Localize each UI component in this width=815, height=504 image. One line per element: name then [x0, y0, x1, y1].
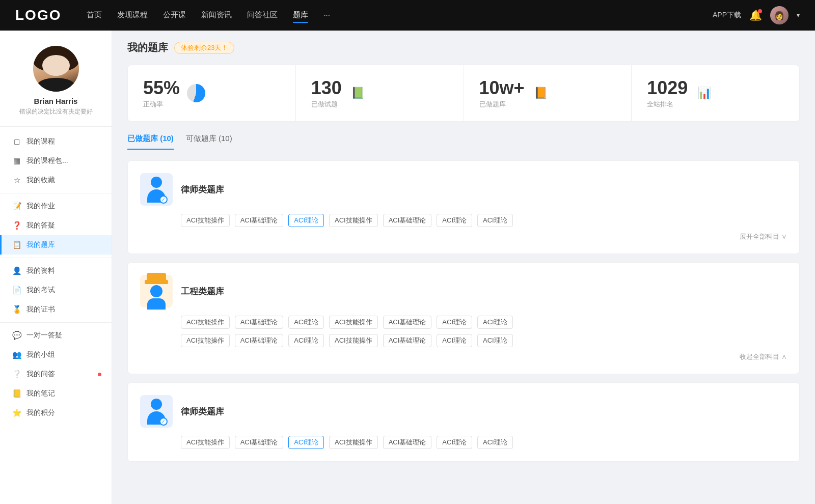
- nav-discover[interactable]: 发现课程: [117, 8, 148, 23]
- tabs-row: 已做题库 (10) 可做题库 (10): [127, 134, 800, 150]
- tag-eng-aci-basic-1[interactable]: ACI基础理论: [235, 316, 284, 329]
- tag-aci-theory-2[interactable]: ACI理论: [437, 214, 472, 227]
- nav-right: APP下载 🔔 👩 ▾: [713, 6, 800, 24]
- tag-aci-skill-2[interactable]: ACI技能操作: [329, 214, 378, 227]
- tag-eng-aci-skill-1[interactable]: ACI技能操作: [181, 316, 230, 329]
- stat-done-questions-label: 已做试题: [311, 100, 342, 109]
- profile-icon: 👤: [12, 266, 21, 275]
- logo: LOGO: [15, 7, 61, 23]
- tag-eng-aci-theory-2[interactable]: ACI理论: [437, 316, 472, 329]
- nav-open-course[interactable]: 公开课: [163, 8, 186, 23]
- sidebar-item-favorites[interactable]: ☆ 我的收藏: [0, 171, 112, 190]
- sidebar-item-label: 我的课程: [26, 137, 55, 146]
- sidebar-item-certificate[interactable]: 🏅 我的证书: [0, 300, 112, 319]
- nav-home[interactable]: 首页: [87, 8, 102, 23]
- tag-l2-aci-basic-1[interactable]: ACI基础理论: [235, 436, 284, 449]
- tag-eng-aci-basic-3[interactable]: ACI基础理论: [235, 334, 284, 347]
- sidebar-item-label: 我的积分: [26, 408, 55, 417]
- notification-dot: [758, 9, 762, 13]
- sidebar-item-quiz-bank[interactable]: 📋 我的题库: [0, 235, 112, 255]
- page-title-row: 我的题库 体验剩余23天！: [127, 41, 800, 54]
- tag-aci-theory-1-selected[interactable]: ACI理论: [288, 214, 324, 227]
- tag-l2-aci-theory-selected[interactable]: ACI理论: [288, 436, 324, 449]
- tab-done-banks[interactable]: 已做题库 (10): [127, 134, 174, 150]
- notification-bell[interactable]: 🔔: [749, 9, 762, 21]
- stats-row: 55% 正确率 130 已做试题 📗 10w+ 已做题库: [127, 65, 800, 122]
- sidebar-item-groups[interactable]: 👥 我的小组: [0, 345, 112, 365]
- nav-quiz[interactable]: 题库: [293, 8, 308, 23]
- qbank-tags-engineer-row2: ACI技能操作 ACI基础理论 ACI理论 ACI技能操作 ACI基础理论 AC…: [181, 334, 787, 347]
- lawyer-head: [151, 177, 162, 188]
- tag-eng-aci-skill-2[interactable]: ACI技能操作: [329, 316, 378, 329]
- qbank-collapse-button[interactable]: 收起全部科目 ∧: [140, 352, 787, 361]
- qbank-card-lawyer-1: ✓ 律师类题库 ACI技能操作 ACI基础理论 ACI理论 ACI技能操作 AC…: [127, 160, 800, 254]
- app-download-button[interactable]: APP下载: [713, 11, 741, 20]
- tag-l2-aci-basic-2[interactable]: ACI基础理论: [383, 436, 432, 449]
- tag-l2-aci-theory-2[interactable]: ACI理论: [437, 436, 472, 449]
- sidebar-item-points[interactable]: ⭐ 我的积分: [0, 403, 112, 423]
- nav-links: 首页 发现课程 公开课 新闻资讯 问答社区 题库 ···: [87, 8, 713, 23]
- tag-l2-aci-skill-1[interactable]: ACI技能操作: [181, 436, 230, 449]
- tag-l2-aci-skill-2[interactable]: ACI技能操作: [329, 436, 378, 449]
- homework-icon: 📝: [12, 202, 21, 211]
- nav-more[interactable]: ···: [323, 8, 330, 23]
- sidebar-item-qa[interactable]: ❓ 我的答疑: [0, 216, 112, 235]
- sidebar-item-homework[interactable]: 📝 我的作业: [0, 197, 112, 216]
- sidebar-item-profile[interactable]: 👤 我的资料: [0, 261, 112, 281]
- stat-done-questions-value: 130: [311, 77, 342, 99]
- sidebar-divider-3: [0, 322, 112, 323]
- sidebar-item-course-packages[interactable]: ▦ 我的课程包...: [0, 151, 112, 171]
- book-blue-icon-wrap: 📗: [349, 84, 367, 102]
- tag-aci-skill-1[interactable]: ACI技能操作: [181, 214, 230, 227]
- lawyer-figure-2: ✓: [147, 399, 166, 425]
- bar-chart-icon: ▦: [12, 156, 21, 165]
- sidebar-item-notes[interactable]: 📒 我的笔记: [0, 384, 112, 403]
- tag-eng-aci-theory-4[interactable]: ACI理论: [288, 334, 324, 347]
- engineer-figure: [145, 273, 168, 310]
- sidebar-item-label: 我的考试: [26, 286, 55, 295]
- stat-site-rank-label: 全站排名: [647, 100, 688, 109]
- sidebar-item-label: 我的问答: [26, 370, 55, 379]
- qbank-icon-lawyer-1: ✓: [140, 173, 173, 206]
- tag-eng-aci-theory-3[interactable]: ACI理论: [477, 316, 513, 329]
- sidebar-item-exam[interactable]: 📄 我的考试: [0, 281, 112, 300]
- accuracy-icon: [187, 84, 205, 102]
- tag-aci-basic-1[interactable]: ACI基础理论: [235, 214, 284, 227]
- tag-eng-aci-skill-4[interactable]: ACI技能操作: [329, 334, 378, 347]
- tag-eng-aci-theory-5[interactable]: ACI理论: [437, 334, 472, 347]
- tag-eng-aci-theory-1[interactable]: ACI理论: [288, 316, 324, 329]
- avatar[interactable]: 👩: [770, 6, 789, 24]
- engineer-head: [150, 285, 162, 297]
- stat-accuracy: 55% 正确率: [128, 65, 296, 121]
- qbank-title-lawyer-1: 律师类题库: [181, 184, 224, 195]
- tab-available-banks[interactable]: 可做题库 (10): [186, 134, 232, 150]
- sidebar-item-label: 我的课程包...: [26, 156, 68, 165]
- main-content: 我的题库 体验剩余23天！ 55% 正确率 130 已做试题 📗: [112, 31, 815, 504]
- tag-eng-aci-theory-6[interactable]: ACI理论: [477, 334, 513, 347]
- tag-eng-aci-basic-4[interactable]: ACI基础理论: [383, 334, 432, 347]
- tag-aci-basic-2[interactable]: ACI基础理论: [383, 214, 432, 227]
- tag-eng-aci-basic-2[interactable]: ACI基础理论: [383, 316, 432, 329]
- nav-qa[interactable]: 问答社区: [247, 8, 278, 23]
- sidebar-item-one-on-one[interactable]: 💬 一对一答疑: [0, 326, 112, 345]
- sidebar: Brian Harris 错误的决定比没有决定要好 ◻ 我的课程 ▦ 我的课程包…: [0, 31, 112, 504]
- sidebar-item-label: 我的笔记: [26, 389, 55, 398]
- tag-aci-theory-3[interactable]: ACI理论: [477, 214, 513, 227]
- chevron-down-icon[interactable]: ▾: [797, 12, 800, 19]
- tag-l2-aci-theory-3[interactable]: ACI理论: [477, 436, 513, 449]
- sidebar-item-my-qa[interactable]: ❔ 我的问答: [0, 365, 112, 384]
- qbank-header-engineer: 工程类题库: [140, 275, 787, 307]
- lawyer-check-icon-2: ✓: [159, 417, 168, 426]
- sidebar-item-label: 我的作业: [26, 202, 55, 211]
- book-yellow-icon-wrap: 📙: [532, 84, 550, 102]
- tag-eng-aci-skill-3[interactable]: ACI技能操作: [181, 334, 230, 347]
- chat-icon: 💬: [12, 331, 21, 340]
- qbank-expand-button-1[interactable]: 展开全部科目 ∨: [140, 232, 787, 241]
- sidebar-item-my-courses[interactable]: ◻ 我的课程: [0, 132, 112, 151]
- engineer-hat: [147, 273, 166, 281]
- sidebar-item-label: 我的题库: [26, 240, 55, 249]
- star-icon: ☆: [12, 176, 21, 185]
- sidebar-username: Brian Harris: [10, 97, 101, 105]
- sidebar-item-label: 一对一答疑: [26, 331, 62, 340]
- nav-news[interactable]: 新闻资讯: [201, 8, 232, 23]
